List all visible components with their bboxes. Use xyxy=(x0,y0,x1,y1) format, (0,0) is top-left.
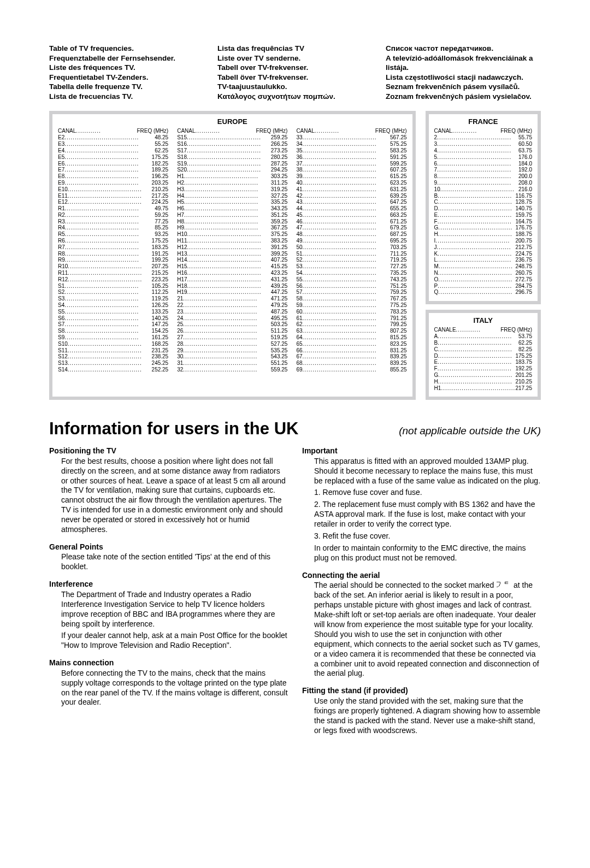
freq-row: H19....................................4… xyxy=(177,289,287,296)
freq-row: H11....................................3… xyxy=(177,238,287,244)
freq-row: S16....................................2… xyxy=(177,141,287,147)
europe-title: EUROPE xyxy=(58,117,407,126)
title-line: Liste des fréquences TV. xyxy=(49,63,204,73)
freq-row: H18....................................4… xyxy=(177,283,287,290)
section-paragraph: For the best results, choose a position … xyxy=(61,457,288,535)
freq-row: R3....................................77… xyxy=(58,219,168,225)
freq-row: R9....................................19… xyxy=(58,257,168,263)
freq-row: R10....................................2… xyxy=(58,263,168,270)
section-heading: General Points xyxy=(49,542,288,552)
freq-row: 54....................................73… xyxy=(296,270,406,276)
italy-col: CANALE............FREQ (MHz)A...........… xyxy=(434,327,532,392)
freq-row: 55....................................74… xyxy=(296,276,406,283)
freq-row: 46....................................67… xyxy=(296,219,406,225)
freq-row: S15....................................2… xyxy=(177,134,287,141)
freq-row: 58....................................76… xyxy=(296,296,406,302)
freq-row: E7....................................18… xyxy=(58,167,168,173)
freq-row: J....................................212… xyxy=(434,244,532,251)
titles-col-3: Список частот передатчиков.A televízió-a… xyxy=(386,44,541,101)
freq-row: H10....................................3… xyxy=(177,231,287,238)
freq-header: CANAL............FREQ (MHz) xyxy=(296,128,406,134)
section-body: For the best results, choose a position … xyxy=(49,457,288,535)
freq-row: G....................................176… xyxy=(434,225,532,231)
info-section: Fitting the stand (if provided)Use only … xyxy=(302,686,541,735)
freq-row: F....................................192… xyxy=(434,365,532,372)
freq-row: 52....................................71… xyxy=(296,257,406,263)
section-paragraph: In order to maintain conformity to the E… xyxy=(314,544,541,563)
freq-row: H15....................................4… xyxy=(177,263,287,270)
freq-row: E....................................183… xyxy=(434,359,532,365)
section-paragraph: Please take note of the section entitled… xyxy=(61,552,288,572)
section-paragraph: 2. The replacement fuse must comply with… xyxy=(314,500,541,529)
freq-row: E3....................................55… xyxy=(58,141,168,147)
freq-row: H1....................................30… xyxy=(177,173,287,180)
title-line: Lista częstotliwości stacji nadawczych. xyxy=(386,73,541,82)
title-line: Lista de frecuencias TV. xyxy=(49,92,204,102)
freq-row: 24....................................49… xyxy=(177,315,287,322)
freq-row: 63....................................80… xyxy=(296,328,406,334)
info-section: ImportantThis apparatus is fitted with a… xyxy=(302,446,541,563)
freq-row: E10....................................2… xyxy=(58,186,168,193)
uk-subtitle: (not applicable outside the UK) xyxy=(399,424,541,438)
freq-row: R2....................................59… xyxy=(58,212,168,219)
title-line: Tabell over TV-frekvenser. xyxy=(217,63,373,73)
freq-row: 33....................................56… xyxy=(296,134,406,141)
freq-row: O....................................272… xyxy=(434,276,532,283)
section-heading: Positioning the TV xyxy=(49,446,288,456)
freq-row: 25....................................50… xyxy=(177,321,287,328)
freq-row: 41....................................63… xyxy=(296,186,406,193)
section-paragraph: The aerial should be connected to the so… xyxy=(314,581,541,678)
freq-row: E9....................................20… xyxy=(58,180,168,186)
section-paragraph: The Department of Trade and Industry ope… xyxy=(61,590,288,629)
freq-row: 31....................................55… xyxy=(177,360,287,367)
title-line: Zoznam frekvenčných pásiem vysielačov. xyxy=(386,92,541,102)
freq-row: 7....................................192… xyxy=(434,167,532,173)
freq-row: E2....................................48… xyxy=(58,134,168,141)
freq-row: 42....................................63… xyxy=(296,193,406,199)
freq-row: 48....................................68… xyxy=(296,231,406,238)
freq-row: S17....................................2… xyxy=(177,147,287,154)
title-line: TV-taajuustaulukko. xyxy=(217,82,373,92)
freq-row: 4....................................63.… xyxy=(434,147,532,154)
europe-col-2: CANAL............FREQ (MHz)S15..........… xyxy=(177,128,287,373)
freq-row: I....................................200… xyxy=(434,238,532,244)
freq-row: H17....................................4… xyxy=(177,276,287,283)
freq-row: N....................................260… xyxy=(434,270,532,276)
info-section: Connecting the aerialThe aerial should b… xyxy=(302,571,541,679)
freq-row: 37....................................59… xyxy=(296,161,406,167)
title-line: A televízió-adóállomások frekvenciáinak … xyxy=(386,54,541,73)
freq-row: H4....................................32… xyxy=(177,193,287,199)
freq-row: G....................................201… xyxy=(434,372,532,379)
freq-row: E8....................................19… xyxy=(58,173,168,180)
freq-row: S13....................................2… xyxy=(58,360,168,367)
freq-row: H6....................................34… xyxy=(177,205,287,212)
freq-row: 32....................................55… xyxy=(177,367,287,373)
freq-row: K....................................224… xyxy=(434,251,532,257)
freq-row: R5....................................93… xyxy=(58,231,168,238)
freq-row: D....................................175… xyxy=(434,353,532,359)
freq-row: B....................................116… xyxy=(434,193,532,199)
freq-row: S8....................................15… xyxy=(58,328,168,334)
title-line: Tabella delle frequenze TV. xyxy=(49,82,204,92)
france-col: CANAL............FREQ (MHz)2............… xyxy=(434,128,532,296)
section-paragraph: Before connecting the TV to the mains, c… xyxy=(61,669,288,708)
freq-row: H8....................................35… xyxy=(177,219,287,225)
freq-row: R11....................................2… xyxy=(58,270,168,276)
info-section: InterferenceThe Department of Trade and … xyxy=(49,580,288,651)
freq-row: 39....................................61… xyxy=(296,173,406,180)
freq-row: S2....................................11… xyxy=(58,289,168,296)
title-line: Список частот передатчиков. xyxy=(386,44,541,54)
section-heading: Interference xyxy=(49,580,288,589)
freq-row: H13....................................3… xyxy=(177,251,287,257)
freq-row: M....................................248… xyxy=(434,263,532,270)
freq-row: 68....................................83… xyxy=(296,360,406,367)
title-line: Liste over TV senderne. xyxy=(217,54,373,63)
freq-row: 30....................................54… xyxy=(177,353,287,360)
italy-box: ITALY CANALE............FREQ (MHz)A.....… xyxy=(426,310,541,400)
freq-row: F....................................164… xyxy=(434,219,532,225)
freq-row: R4....................................85… xyxy=(58,225,168,231)
freq-row: E5....................................17… xyxy=(58,154,168,161)
freq-row: S10....................................1… xyxy=(58,341,168,347)
freq-row: H12....................................3… xyxy=(177,244,287,251)
freq-row: 67....................................83… xyxy=(296,353,406,360)
